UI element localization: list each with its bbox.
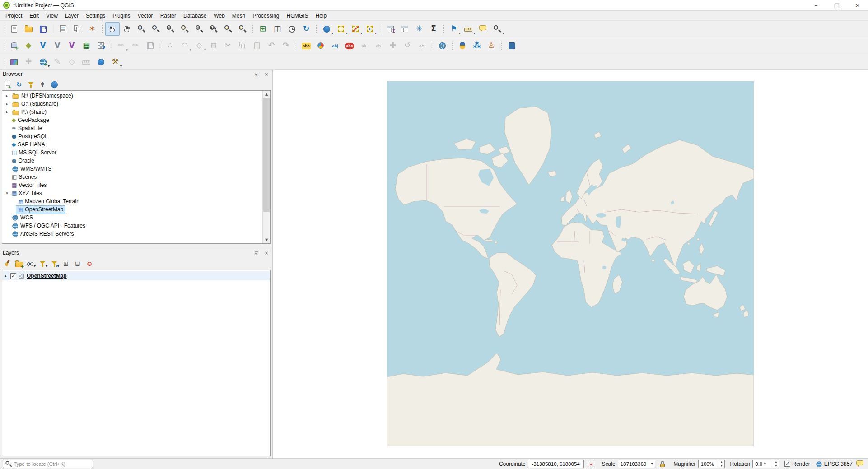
- menu-vector[interactable]: Vector: [134, 12, 157, 20]
- add-feature-button[interactable]: ∴: [163, 39, 177, 52]
- remove-layer-button[interactable]: ⊖: [84, 259, 95, 269]
- browser-filter-button[interactable]: [25, 79, 36, 89]
- layers-float-button[interactable]: ◱: [253, 251, 260, 255]
- magnifier-spin-up-icon[interactable]: ▴: [719, 460, 724, 464]
- zoom-to-layer-button[interactable]: ▤: [192, 22, 206, 36]
- manage-map-themes-button[interactable]: ▾: [25, 259, 36, 269]
- add-group-button[interactable]: [14, 259, 24, 269]
- browser-float-button[interactable]: ◱: [253, 72, 260, 77]
- cut-features-button[interactable]: ✂: [221, 39, 235, 52]
- add-basemap-button[interactable]: +▾: [36, 55, 50, 69]
- layer-visibility-checkbox[interactable]: ✓: [10, 273, 16, 279]
- new-virtual-layer-button[interactable]: V: [65, 39, 79, 52]
- menu-plugins[interactable]: Plugins: [109, 12, 134, 20]
- identify-plugin-button[interactable]: [93, 55, 108, 69]
- expander-icon[interactable]: ▸: [4, 110, 10, 114]
- new-spatialite-layer-button[interactable]: V: [50, 39, 65, 52]
- new-mesh-layer-button[interactable]: ▦: [79, 39, 93, 52]
- refresh-map-button[interactable]: ↻: [299, 22, 313, 36]
- locator-input[interactable]: Type to locate (Ctrl+K): [3, 460, 93, 468]
- close-button[interactable]: ×: [847, 0, 868, 10]
- settings-wrench-button[interactable]: ⚒▾: [108, 55, 122, 69]
- browser-item-wfs-ogc-api-features[interactable]: WFS / OGC API - Features: [2, 222, 262, 230]
- magnifier-spinbox[interactable]: 100% ▴▾: [698, 460, 725, 468]
- collapse-all-button[interactable]: ⊟: [72, 259, 83, 269]
- browser-item-wcs[interactable]: WCS: [2, 214, 262, 222]
- rotation-spin-up-icon[interactable]: ▴: [773, 460, 779, 464]
- help-button[interactable]: [504, 39, 519, 52]
- toolbar-handle[interactable]: [101, 24, 103, 34]
- layer-labeling-button[interactable]: abc: [299, 39, 313, 52]
- open-project-button[interactable]: [21, 22, 36, 36]
- render-checkbox[interactable]: ✓ Render: [784, 461, 810, 467]
- browser-item-mapzen-global-terrain[interactable]: ▦Mapzen Global Terrain: [2, 197, 262, 205]
- vertex-plugin-button[interactable]: ◇: [65, 55, 79, 69]
- menu-mesh[interactable]: Mesh: [229, 12, 249, 20]
- pin-labels-button[interactable]: ab: [357, 39, 371, 52]
- toolbar-handle[interactable]: [3, 24, 5, 34]
- show-hide-labels-button[interactable]: ab: [371, 39, 386, 52]
- osm-search-plugin-button[interactable]: ♙: [484, 39, 499, 52]
- browser-item-openstreetmap[interactable]: ▦OpenStreetMap: [2, 205, 262, 214]
- filter-by-expression-button[interactable]: ε▾: [49, 259, 60, 269]
- messages-button[interactable]: [854, 459, 865, 469]
- save-project-button[interactable]: [36, 22, 50, 36]
- new-print-layout-button[interactable]: [56, 22, 70, 36]
- new-shapefile-layer-button[interactable]: V: [36, 39, 50, 52]
- show-unplaced-labels-button[interactable]: abc: [342, 39, 357, 52]
- render-check-icon[interactable]: ✓: [784, 461, 790, 467]
- rotate-label-button[interactable]: ↺: [400, 39, 415, 52]
- crs-status[interactable]: EPSG:3857: [816, 460, 853, 468]
- new-3d-map-view-button[interactable]: ◫: [270, 22, 285, 36]
- map-canvas[interactable]: [273, 70, 868, 458]
- toolbar-handle[interactable]: [500, 41, 503, 51]
- new-geopackage-layer-button[interactable]: ◆: [21, 39, 36, 52]
- metasearch-button[interactable]: [435, 39, 449, 52]
- maximize-button[interactable]: □: [826, 0, 847, 10]
- zoom-last-button[interactable]: ◂: [221, 22, 235, 36]
- pan-plugin-button[interactable]: ✚: [21, 55, 36, 69]
- change-label-button[interactable]: aA: [415, 39, 429, 52]
- layout-manager-button[interactable]: [70, 22, 85, 36]
- identify-features-button[interactable]: ▾: [319, 22, 334, 36]
- browser-add-layers-button[interactable]: +: [2, 79, 13, 89]
- open-layer-styling-button[interactable]: [2, 259, 13, 269]
- menu-web[interactable]: Web: [210, 12, 228, 20]
- browser-item-oracle[interactable]: ●Oracle: [2, 157, 262, 165]
- toolbar-handle[interactable]: [159, 41, 161, 51]
- toolbar-handle[interactable]: [3, 41, 5, 51]
- browser-item-sap-hana[interactable]: ◆SAP HANA: [2, 140, 262, 149]
- zoom-out-button[interactable]: −: [149, 22, 163, 36]
- browser-close-button[interactable]: ×: [263, 72, 270, 77]
- toolbar-handle[interactable]: [110, 41, 112, 51]
- browser-item-n-dfsnamespace[interactable]: ▸N:\ (DFSNamespace): [2, 92, 262, 100]
- select-features-button[interactable]: ▾: [334, 22, 348, 36]
- toolbar-handle[interactable]: [3, 57, 5, 67]
- deselect-features-button[interactable]: ▾: [348, 22, 363, 36]
- layers-close-button[interactable]: ×: [263, 251, 270, 255]
- quickmap-services-button[interactable]: [7, 55, 21, 69]
- menu-processing[interactable]: Processing: [249, 12, 283, 20]
- toggle-editing-button[interactable]: ✏: [128, 39, 143, 52]
- menu-project[interactable]: Project: [2, 12, 26, 20]
- highlight-pinned-labels-button[interactable]: ab|: [328, 39, 342, 52]
- processing-toolbox-button[interactable]: ✳: [412, 22, 426, 36]
- toolbar-handle[interactable]: [52, 24, 54, 34]
- zoom-full-button[interactable]: ▣: [163, 22, 177, 36]
- scroll-down-icon[interactable]: ▼: [263, 237, 270, 243]
- redo-button[interactable]: ↷: [279, 39, 293, 52]
- menu-layer[interactable]: Layer: [61, 12, 82, 20]
- menu-settings[interactable]: Settings: [82, 12, 109, 20]
- scale-combo[interactable]: 187103360 ▾: [618, 460, 656, 468]
- new-project-button[interactable]: [7, 22, 21, 36]
- expander-icon[interactable]: ▸: [4, 102, 10, 106]
- hcmgis-plugin-button[interactable]: ⁂: [470, 39, 484, 52]
- data-source-manager-button[interactable]: +: [7, 39, 21, 52]
- vertex-tool-button[interactable]: ◇▾: [192, 39, 206, 52]
- browser-refresh-button[interactable]: ↻: [14, 79, 24, 89]
- scroll-up-icon[interactable]: ▲: [263, 91, 270, 98]
- open-attribute-table-button[interactable]: [397, 22, 412, 36]
- undo-button[interactable]: ↶: [264, 39, 279, 52]
- browser-item-arcgis-rest-servers[interactable]: ArcGIS REST Servers: [2, 230, 262, 238]
- save-layer-edits-button[interactable]: [143, 39, 157, 52]
